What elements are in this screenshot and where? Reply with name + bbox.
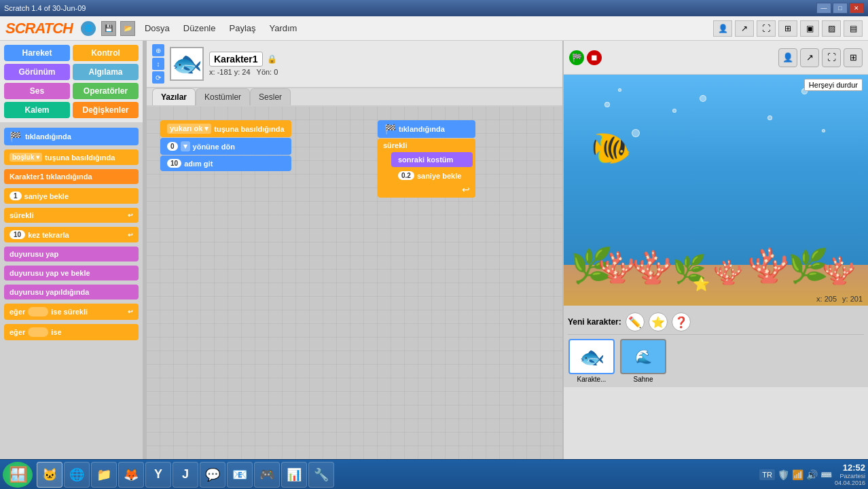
scratch-logo: SCRATCH — [5, 20, 73, 37]
grid-icon[interactable]: ⊞ — [778, 20, 797, 37]
coral-pink1: 🪸 — [598, 249, 636, 285]
tab-costumes[interactable]: Kostümler — [196, 88, 250, 105]
block-sprite-clicked[interactable]: Karakter1 tıklandığında — [4, 169, 139, 184]
canvas-block-move[interactable]: 10 adım git — [160, 156, 291, 171]
category-sound[interactable]: Ses — [4, 83, 70, 99]
taskbar-app-scratch2[interactable]: 🔧 — [308, 462, 334, 488]
sprite-up-button[interactable]: ⊕ — [152, 44, 164, 56]
category-control[interactable]: Kontrol — [73, 45, 139, 61]
sprite-item-sahne[interactable]: 🌊 Sahne — [619, 339, 667, 383]
block-when-receive[interactable]: duyurusu yapıldığında — [4, 285, 139, 300]
menu-edit[interactable]: Düzenle — [178, 20, 221, 36]
menu-file[interactable]: Dosya — [139, 20, 175, 36]
tab-sounds[interactable]: Sesler — [250, 88, 291, 105]
block-forever[interactable]: sürekli ↩ — [4, 208, 139, 223]
taskbar-app-office[interactable]: 📊 — [281, 462, 307, 488]
sprite-rotate-button[interactable]: ⟳ — [152, 71, 164, 84]
canvas-block-flag-trigger[interactable]: 🏁 tıklandığında — [378, 120, 475, 138]
minimize-button[interactable]: — — [816, 3, 831, 14]
taskbar-app-scratch[interactable]: 🐱 — [37, 462, 62, 488]
stop-button[interactable]: ⏹ — [587, 50, 602, 65]
language-indicator: TR — [759, 469, 775, 480]
category-operators[interactable]: Operatörler — [73, 83, 139, 99]
taskbar-app-y[interactable]: Y — [145, 462, 171, 488]
window-icon2[interactable]: ▨ — [822, 20, 841, 37]
taskbar-app-skype[interactable]: 💬 — [200, 462, 225, 488]
bubble — [618, 88, 621, 92]
key-dropdown[interactable]: boşluk ▾ — [10, 153, 42, 162]
stage-btn4[interactable]: ⊞ — [844, 48, 863, 67]
sprites-grid: 🐟 Karakte... 🌊 Sahne — [568, 339, 864, 383]
window-icon1[interactable]: ▣ — [800, 20, 819, 37]
new-sprite-bar: Yeni karakter: ✏️ ⭐ ❓ — [568, 310, 864, 335]
coral-right: 🪸 — [822, 255, 856, 287]
paint-sprite-button[interactable]: ✏️ — [626, 312, 645, 331]
window-icon3[interactable]: ▤ — [844, 20, 863, 37]
taskbar-app-firefox[interactable]: 🦊 — [118, 462, 144, 488]
sprite-box-karakter[interactable]: 🐟 — [568, 339, 615, 374]
taskbar-app-game[interactable]: 🎮 — [254, 462, 280, 488]
sprite-info: Karakter1 🔒 x: -181 y: 24 Yön: 0 — [209, 52, 278, 76]
taskbar-app-ie[interactable]: 🌐 — [64, 462, 90, 488]
category-tabs: Hareket Kontrol Görünüm Algılama Ses Ope… — [0, 41, 143, 122]
canvas-block-next-costume[interactable]: sonraki kostüm — [391, 152, 473, 167]
repeat-value[interactable]: 10 — [10, 230, 25, 239]
bubble — [767, 115, 772, 120]
category-motion[interactable]: Hareket — [4, 45, 70, 61]
volume-icon[interactable]: 🔊 — [806, 469, 818, 480]
scripts-canvas[interactable]: yukarı ok ▾ tuşuna basıldığında 0 ▾ yönü… — [147, 107, 562, 459]
star-sprite-button[interactable]: ⭐ — [649, 312, 668, 331]
arrow-icon[interactable]: ↗ — [735, 20, 754, 37]
person-icon[interactable]: 👤 — [713, 20, 732, 37]
dir-dropdown[interactable]: ▾ — [181, 141, 190, 151]
green-flag-button[interactable]: 🏁 — [569, 50, 584, 65]
category-pen[interactable]: Kalem — [4, 102, 70, 118]
block-if[interactable]: eğer ise — [4, 324, 139, 340]
title-text: Scratch 1.4 of 30-Jun-09 — [4, 4, 86, 12]
fullscreen-icon[interactable]: ⛶ — [757, 20, 776, 37]
folder-icon[interactable]: 📂 — [120, 21, 135, 36]
block-key-pressed[interactable]: boşluk ▾ tuşuna basıldığında — [4, 149, 139, 165]
sprite-box-sahne[interactable]: 🌊 — [620, 339, 666, 374]
block-wait[interactable]: 1 saniye bekle — [4, 188, 139, 204]
block-say[interactable]: duyurusu yap — [4, 247, 139, 261]
block-flag-clicked[interactable]: 🏁 tıklandığında — [4, 128, 139, 145]
wait-val[interactable]: 0.2 — [398, 171, 414, 180]
forever-wrapper[interactable]: sürekli sonraki kostüm 0.2 saniye bekle … — [378, 139, 475, 198]
tab-scripts[interactable]: Yazılar — [152, 88, 196, 105]
wait-value[interactable]: 1 — [10, 192, 22, 200]
menu-share[interactable]: Paylaş — [223, 20, 261, 36]
canvas-block-set-dir[interactable]: 0 ▾ yönüne dön — [160, 138, 291, 155]
sprite-name[interactable]: Karakter1 — [209, 52, 263, 67]
taskbar-app-j[interactable]: J — [173, 462, 198, 488]
steps-value[interactable]: 10 — [167, 159, 181, 168]
maximize-button[interactable]: □ — [833, 3, 848, 14]
forever-label: sürekli — [383, 141, 473, 149]
dir-value[interactable]: 0 — [167, 142, 178, 151]
sprite-position: x: -181 y: 24 Yön: 0 — [209, 68, 278, 76]
sprite-label-karakter: Karakte... — [577, 376, 607, 383]
canvas-block-key-trigger[interactable]: yukarı ok ▾ tuşuna basıldığında — [160, 120, 291, 137]
taskbar-app-mail[interactable]: 📧 — [227, 462, 253, 488]
stage-btn2[interactable]: ↗ — [800, 48, 819, 67]
stage-btn1[interactable]: 👤 — [778, 48, 797, 67]
canvas-block-wait[interactable]: 0.2 saniye bekle — [391, 168, 473, 183]
menu-help[interactable]: Yardım — [264, 20, 303, 36]
block-say-wait[interactable]: duyurusu yap ve bekle — [4, 266, 139, 280]
globe-icon[interactable]: 🌐 — [81, 21, 96, 36]
key-dropdown-canvas[interactable]: yukarı ok ▾ — [167, 124, 211, 134]
bubble — [604, 102, 610, 107]
start-button[interactable]: 🪟 — [3, 462, 33, 488]
category-sensing[interactable]: Algılama — [73, 64, 139, 80]
close-button[interactable]: ✕ — [849, 3, 864, 14]
taskbar-app-explorer[interactable]: 📁 — [91, 462, 117, 488]
category-variables[interactable]: Değişkenler — [73, 102, 139, 118]
sprite-arrows-button[interactable]: ↕ — [152, 58, 164, 70]
stage-btn3[interactable]: ⛶ — [822, 48, 841, 67]
save-icon[interactable]: 💾 — [101, 21, 116, 36]
help-sprite-button[interactable]: ❓ — [672, 312, 691, 331]
block-if-forever[interactable]: eğer ise sürekli ↩ — [4, 304, 139, 320]
block-repeat[interactable]: 10 kez tekrarla ↩ — [4, 227, 139, 242]
sprite-item-karakter[interactable]: 🐟 Karakte... — [568, 339, 615, 383]
category-looks[interactable]: Görünüm — [4, 64, 70, 80]
